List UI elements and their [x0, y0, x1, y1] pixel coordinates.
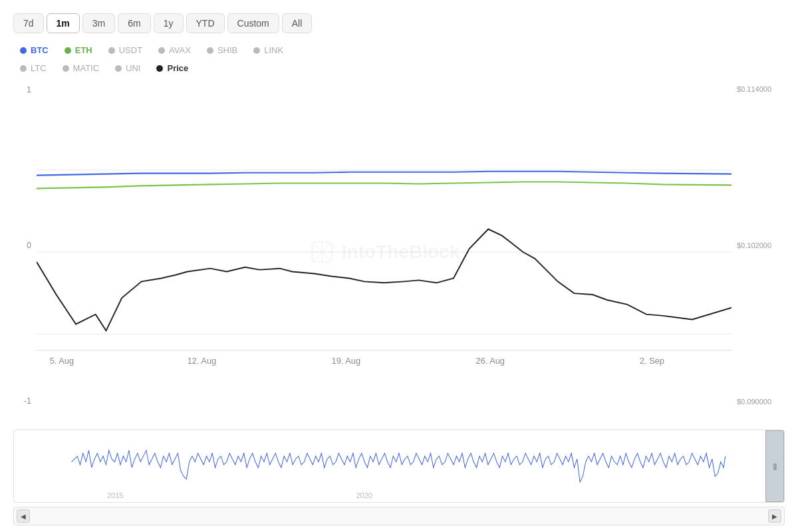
legend-item-link[interactable]: LINK [253, 45, 283, 55]
legend-dot-price [156, 65, 163, 72]
legend-item-btc[interactable]: BTC [20, 45, 49, 55]
time-btn-custom[interactable]: Custom [227, 13, 279, 33]
legend-item-avax[interactable]: AVAX [158, 45, 191, 55]
x-label-19aug: 19. Aug [332, 356, 360, 366]
chart-legend: BTC ETH USDT AVAX SHIB LINK LTC [13, 45, 785, 73]
legend-item-ltc[interactable]: LTC [20, 63, 47, 73]
time-btn-1m[interactable]: 1m [47, 13, 80, 33]
x-label-26aug: 26. Aug [476, 356, 505, 366]
legend-label-avax: AVAX [169, 45, 191, 55]
legend-label-matic: MATIC [73, 63, 99, 73]
y-right-mid: $0.102000 [737, 241, 785, 249]
legend-item-shib[interactable]: SHIB [207, 45, 237, 55]
legend-item-price[interactable]: Price [156, 63, 188, 73]
svg-rect-9 [66, 430, 732, 487]
legend-item-uni[interactable]: UNI [115, 63, 140, 73]
x-label-2sep: 2. Sep [640, 356, 664, 366]
legend-label-link: LINK [264, 45, 283, 55]
scroll-left-arrow[interactable]: ◀ [17, 509, 30, 523]
legend-dot-link [253, 47, 260, 54]
time-btn-all[interactable]: All [282, 13, 313, 33]
legend-label-usdt: USDT [119, 45, 142, 55]
time-btn-3m[interactable]: 3m [82, 13, 115, 33]
legend-dot-ltc [20, 65, 27, 72]
mini-year-2020: 2020 [356, 491, 372, 499]
y-right-bottom: $0.090000 [737, 398, 785, 406]
x-label-12aug: 12. Aug [188, 356, 216, 366]
legend-dot-shib [207, 47, 213, 54]
legend-dot-avax [158, 47, 165, 54]
legend-dot-btc [20, 47, 27, 54]
legend-label-btc: BTC [31, 45, 49, 55]
app-container: 7d 1m 3m 6m 1y YTD Custom All BTC ETH US… [0, 0, 798, 532]
chart-area: IntoTheBlock 5. Aug [37, 80, 732, 424]
main-chart-svg: 5. Aug 12. Aug 19. Aug 26. Aug 2. Sep [37, 80, 732, 424]
mini-year-labels: 2015 2020 [14, 491, 784, 499]
legend-label-eth: ETH [75, 45, 92, 55]
scroll-bar: ◀ ▶ [13, 507, 785, 525]
legend-item-eth[interactable]: ETH [65, 45, 92, 55]
y-right-top: $0.114000 [737, 85, 785, 93]
time-btn-6m[interactable]: 6m [118, 13, 150, 33]
time-btn-7d[interactable]: 7d [13, 13, 44, 33]
legend-label-uni: UNI [126, 63, 140, 73]
y-axis-left: 1 0 -1 [13, 80, 37, 424]
legend-dot-uni [115, 65, 122, 72]
time-btn-1y[interactable]: 1y [154, 13, 184, 33]
y-label-top: 1 [13, 85, 31, 94]
legend-label-price: Price [167, 63, 188, 73]
scroll-right-arrow[interactable]: ▶ [768, 509, 781, 523]
legend-item-usdt[interactable]: USDT [108, 45, 142, 55]
mini-chart-svg [14, 430, 784, 487]
chart-wrapper: 1 0 -1 IntoTheBlock [13, 80, 785, 525]
y-label-mid: 0 [13, 241, 31, 250]
legend-dot-usdt [108, 47, 115, 54]
legend-label-ltc: LTC [31, 63, 47, 73]
x-label-5aug: 5. Aug [50, 356, 74, 366]
y-label-bottom: -1 [13, 396, 31, 406]
y-axis-right: $0.114000 $0.102000 $0.090000 [732, 80, 785, 424]
range-handle[interactable] [765, 430, 784, 502]
main-chart-container: 1 0 -1 IntoTheBlock [13, 80, 785, 424]
time-range-bar: 7d 1m 3m 6m 1y YTD Custom All [13, 13, 785, 33]
legend-label-shib: SHIB [217, 45, 237, 55]
legend-dot-matic [63, 65, 69, 72]
mini-chart-container: 2015 2020 [13, 430, 785, 503]
legend-dot-eth [65, 47, 71, 54]
time-btn-ytd[interactable]: YTD [186, 13, 225, 33]
mini-year-2015: 2015 [107, 491, 123, 499]
legend-item-matic[interactable]: MATIC [63, 63, 99, 73]
